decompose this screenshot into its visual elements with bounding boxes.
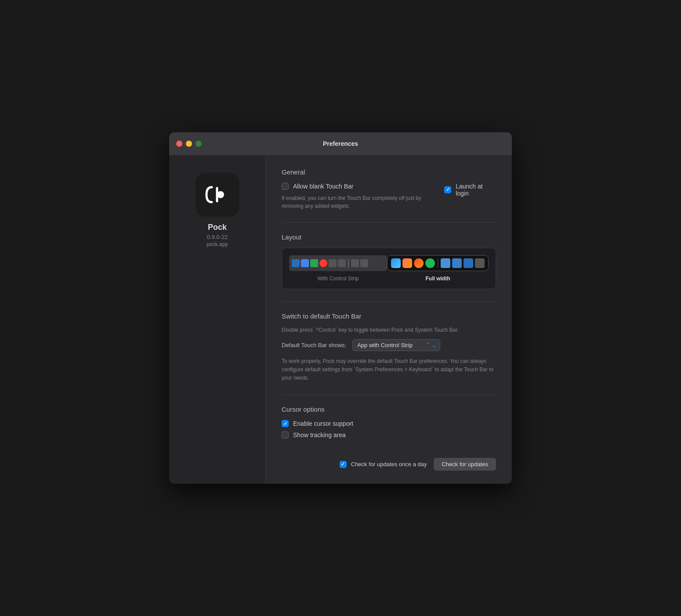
fw-icon-trash bbox=[475, 258, 485, 268]
fw-icon-folder1 bbox=[441, 258, 450, 268]
check-once-a-day-checkbox[interactable] bbox=[340, 461, 347, 468]
titlebar: Preferences bbox=[169, 132, 512, 155]
window-body: Pock 0.9.0-22 pock.app General Allow bla… bbox=[169, 155, 512, 484]
launch-at-login-label: Launch at login bbox=[456, 183, 496, 197]
cs-icon-1 bbox=[292, 259, 300, 267]
check-updates-row: Check for updates once a day bbox=[340, 461, 427, 468]
app-icon-inner bbox=[196, 173, 239, 217]
cs-icon-4 bbox=[319, 259, 327, 267]
override-description: To work properly, Pock may override the … bbox=[282, 357, 496, 383]
launch-at-login-checkbox[interactable] bbox=[444, 186, 451, 193]
allow-blank-checkbox[interactable] bbox=[282, 183, 289, 190]
enable-cursor-label: Enable cursor support bbox=[293, 420, 353, 427]
cs-icon-3 bbox=[310, 259, 318, 267]
cursor-section-title: Cursor options bbox=[282, 406, 496, 413]
cs-icon-8 bbox=[360, 259, 368, 267]
layout-option-control-strip[interactable]: With Control Strip bbox=[289, 255, 387, 282]
cs-icon-6 bbox=[338, 259, 346, 267]
fw-icon-launchpad bbox=[402, 258, 412, 268]
layout-option-full-width[interactable]: Full width bbox=[387, 255, 489, 282]
bottom-row: Check for updates once a day Check for u… bbox=[282, 451, 496, 471]
fw-icon-finder bbox=[391, 258, 401, 268]
fw-icon-spotify bbox=[425, 258, 435, 268]
window-title: Preferences bbox=[323, 140, 358, 147]
minimize-button[interactable] bbox=[186, 141, 192, 147]
layout-section-title: Layout bbox=[282, 233, 496, 241]
select-wrapper: App with Control Strip App Expanded Full… bbox=[352, 339, 440, 351]
close-button[interactable] bbox=[176, 141, 182, 147]
main-content: General Allow blank Touch Bar If enabled… bbox=[266, 155, 512, 484]
sidebar: Pock 0.9.0-22 pock.app bbox=[169, 155, 266, 484]
check-once-a-day-label: Check for updates once a day bbox=[351, 461, 427, 467]
check-for-updates-button[interactable]: Check for updates bbox=[434, 458, 496, 471]
default-touchbar-row: Default Touch Bar shows: App with Contro… bbox=[282, 339, 496, 351]
layout-options: With Control Strip bbox=[282, 248, 496, 289]
app-version: 0.9.0-22 bbox=[207, 234, 228, 240]
switch-description: Double press `^Control` key to toggle be… bbox=[282, 327, 496, 333]
switch-section: Switch to default Touch Bar Double press… bbox=[282, 312, 496, 383]
fw-icon-folder2 bbox=[452, 258, 462, 268]
general-top-row: Allow blank Touch Bar If enabled, you ca… bbox=[282, 183, 496, 210]
show-tracking-row: Show tracking area bbox=[282, 431, 496, 438]
cs-icon-2 bbox=[301, 259, 309, 267]
traffic-lights bbox=[176, 141, 202, 147]
show-tracking-label: Show tracking area bbox=[293, 431, 346, 438]
maximize-button[interactable] bbox=[196, 141, 202, 147]
enable-cursor-checkbox[interactable] bbox=[282, 420, 289, 427]
app-website: pock.app bbox=[206, 241, 228, 247]
full-width-preview bbox=[387, 255, 489, 271]
cs-sep bbox=[348, 259, 349, 268]
enable-cursor-row: Enable cursor support bbox=[282, 420, 496, 427]
default-touchbar-label: Default Touch Bar shows: bbox=[282, 342, 346, 348]
general-section: General Allow blank Touch Bar If enabled… bbox=[282, 168, 496, 210]
allow-blank-label: Allow blank Touch Bar bbox=[293, 183, 353, 190]
default-touchbar-select[interactable]: App with Control Strip App Expanded Full… bbox=[352, 339, 440, 351]
preferences-window: Preferences Pock 0.9.0-2 bbox=[169, 132, 512, 484]
divider-3 bbox=[282, 395, 496, 395]
show-tracking-checkbox[interactable] bbox=[282, 431, 289, 438]
control-strip-label: With Control Strip bbox=[317, 275, 359, 282]
app-name: Pock bbox=[208, 223, 227, 232]
switch-section-title: Switch to default Touch Bar bbox=[282, 312, 496, 320]
fw-icon-folder3 bbox=[464, 258, 473, 268]
cursor-section: Cursor options Enable cursor support Sho… bbox=[282, 406, 496, 438]
launch-at-login-row: Launch at login bbox=[444, 183, 496, 197]
general-left: Allow blank Touch Bar If enabled, you ca… bbox=[282, 183, 444, 210]
general-section-title: General bbox=[282, 168, 496, 176]
layout-section: Layout bbox=[282, 233, 496, 289]
cs-icon-7 bbox=[351, 259, 359, 267]
pock-logo-svg bbox=[202, 179, 233, 210]
divider-1 bbox=[282, 222, 496, 223]
cs-icon-5 bbox=[329, 259, 337, 267]
divider-2 bbox=[282, 301, 496, 302]
allow-blank-row: Allow blank Touch Bar bbox=[282, 183, 444, 190]
allow-blank-description: If enabled, you can turn the Touch Bar c… bbox=[282, 194, 444, 210]
app-icon bbox=[196, 173, 239, 217]
fw-sep bbox=[438, 259, 438, 268]
full-width-label: Full width bbox=[426, 275, 450, 282]
fw-icon-mission bbox=[414, 258, 424, 268]
control-strip-preview bbox=[289, 255, 387, 271]
